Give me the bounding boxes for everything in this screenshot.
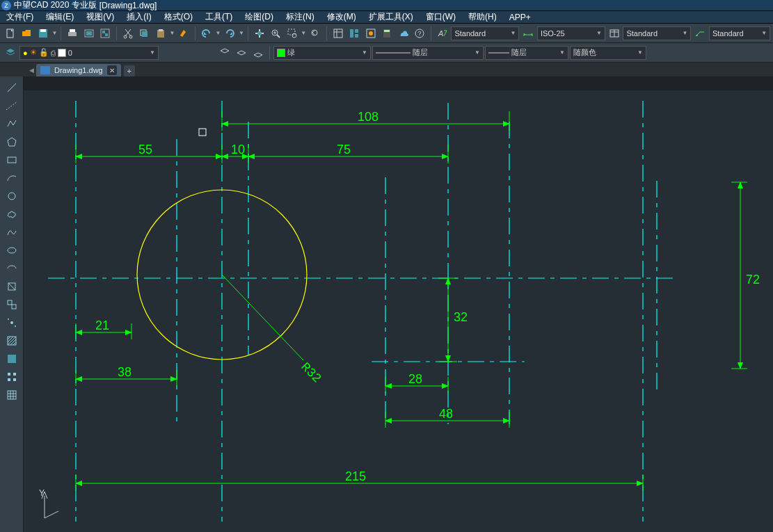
linetype-name: 随层 bbox=[413, 47, 428, 58]
menu-format[interactable]: 格式(O) bbox=[158, 11, 199, 23]
cut-button[interactable] bbox=[120, 26, 136, 41]
undo-dd-icon[interactable]: ▼ bbox=[215, 30, 221, 36]
print-button[interactable] bbox=[65, 26, 80, 41]
svg-rect-24 bbox=[355, 34, 358, 38]
linetype-dropdown[interactable]: 随层 ▼ bbox=[372, 46, 484, 60]
mleader-style-dropdown[interactable]: Standard▼ bbox=[709, 26, 770, 40]
region-tool[interactable] bbox=[3, 369, 21, 385]
dim-style-icon[interactable] bbox=[520, 26, 536, 41]
layer-prev-button[interactable] bbox=[217, 45, 232, 61]
drawing-canvas[interactable]: R32 108 55 bbox=[24, 90, 773, 532]
open-button[interactable] bbox=[19, 26, 35, 41]
mleader-style-icon[interactable] bbox=[692, 26, 708, 41]
dim-28: 28 bbox=[408, 372, 422, 386]
ellipse-tool[interactable] bbox=[3, 242, 21, 259]
ucs-y-label: Y bbox=[39, 488, 45, 498]
undo-button[interactable] bbox=[199, 26, 214, 41]
save-button[interactable] bbox=[35, 26, 51, 41]
text-style-dropdown[interactable]: Standard▼ bbox=[451, 26, 519, 40]
publish-button[interactable] bbox=[97, 26, 113, 41]
layer-off-button[interactable] bbox=[250, 45, 266, 61]
menu-modify[interactable]: 修改(M) bbox=[321, 11, 362, 23]
app-logo: Z bbox=[1, 1, 11, 10]
help-button[interactable]: ? bbox=[412, 26, 427, 41]
match-button[interactable] bbox=[176, 26, 191, 41]
insert-block-tool[interactable] bbox=[3, 278, 21, 295]
calc-button[interactable] bbox=[379, 26, 395, 41]
text-style-icon[interactable]: A bbox=[435, 26, 450, 41]
print-preview-button[interactable] bbox=[81, 26, 97, 41]
spline-tool[interactable] bbox=[3, 224, 21, 241]
dim-108: 108 bbox=[358, 110, 378, 124]
tool-palettes-button[interactable] bbox=[363, 26, 378, 41]
svg-rect-21 bbox=[334, 29, 342, 38]
hatch-tool[interactable] bbox=[3, 332, 21, 349]
menu-help[interactable]: 帮助(H) bbox=[462, 11, 503, 23]
point-tool[interactable] bbox=[3, 314, 21, 331]
cloud-button[interactable] bbox=[396, 26, 411, 41]
svg-rect-22 bbox=[350, 29, 353, 38]
layer-manager-button[interactable] bbox=[3, 45, 18, 61]
menu-tools[interactable]: 工具(T) bbox=[199, 11, 239, 23]
revcloud-tool[interactable] bbox=[3, 206, 21, 223]
gradient-tool[interactable] bbox=[3, 350, 21, 367]
redo-button[interactable] bbox=[222, 26, 237, 41]
polyline-tool[interactable] bbox=[3, 115, 21, 132]
paste-dd-icon[interactable]: ▼ bbox=[170, 30, 175, 36]
menu-file[interactable]: 文件(F) bbox=[0, 11, 40, 23]
lineweight-preview bbox=[488, 50, 509, 56]
tab-prev-icon[interactable]: ◀ bbox=[26, 64, 36, 76]
zoom-previous-button[interactable] bbox=[308, 26, 323, 41]
plotcolor-dropdown[interactable]: 随颜色 ▼ bbox=[570, 46, 646, 60]
tab-add-icon[interactable]: + bbox=[124, 65, 135, 76]
table-tool[interactable] bbox=[3, 387, 21, 403]
svg-point-44 bbox=[8, 319, 9, 320]
xline-tool[interactable] bbox=[3, 97, 21, 114]
svg-rect-23 bbox=[355, 29, 358, 33]
layer-dropdown[interactable]: ● ☀ 🔓 ⎙ 0 ▼ bbox=[19, 46, 159, 60]
rectangle-tool[interactable] bbox=[3, 152, 21, 168]
menu-edit[interactable]: 编辑(E) bbox=[40, 11, 80, 23]
ucs-icon: Y bbox=[31, 490, 62, 525]
color-swatch bbox=[277, 49, 285, 57]
zoom-window-button[interactable] bbox=[285, 26, 300, 41]
paste-button[interactable] bbox=[153, 26, 168, 41]
tab-close-icon[interactable]: ✕ bbox=[107, 65, 117, 75]
copy-button[interactable] bbox=[137, 26, 152, 41]
new-button[interactable] bbox=[3, 26, 18, 41]
menu-bar: 文件(F) 编辑(E) 视图(V) 插入(I) 格式(O) 工具(T) 绘图(D… bbox=[0, 11, 773, 24]
print-icon: ⎙ bbox=[51, 49, 56, 57]
properties-button[interactable] bbox=[330, 26, 346, 41]
arc-tool[interactable] bbox=[3, 170, 21, 186]
polygon-tool[interactable] bbox=[3, 134, 21, 150]
lineweight-dropdown[interactable]: 随层 ▼ bbox=[485, 46, 568, 60]
table-style-icon[interactable] bbox=[607, 26, 622, 41]
menu-window[interactable]: 窗口(W) bbox=[420, 11, 462, 23]
svg-rect-48 bbox=[8, 373, 10, 376]
menu-appplus[interactable]: APP+ bbox=[503, 13, 537, 22]
design-center-button[interactable] bbox=[346, 26, 362, 41]
layer-iso-button[interactable] bbox=[234, 45, 249, 61]
dim-style-dropdown[interactable]: ISO-25▼ bbox=[537, 26, 605, 40]
svg-rect-2 bbox=[40, 29, 46, 32]
table-style-dropdown[interactable]: Standard▼ bbox=[623, 26, 691, 40]
menu-draw[interactable]: 绘图(D) bbox=[239, 11, 280, 23]
menu-ext[interactable]: 扩展工具(X) bbox=[362, 11, 420, 23]
doc-tab[interactable]: Drawing1.dwg ✕ bbox=[36, 64, 121, 76]
menu-insert[interactable]: 插入(I) bbox=[120, 11, 157, 23]
separator bbox=[195, 26, 196, 40]
line-tool[interactable] bbox=[3, 79, 21, 96]
redo-dd-icon[interactable]: ▼ bbox=[239, 30, 244, 36]
menu-view[interactable]: 视图(V) bbox=[80, 11, 120, 23]
color-dropdown[interactable]: 绿 ▼ bbox=[273, 46, 371, 60]
make-block-tool[interactable] bbox=[3, 296, 21, 313]
zoom-realtime-button[interactable] bbox=[268, 26, 283, 41]
draw-toolbar bbox=[0, 76, 24, 532]
pan-button[interactable] bbox=[252, 26, 267, 41]
separator bbox=[248, 26, 248, 40]
ellipse-arc-tool[interactable] bbox=[3, 260, 21, 277]
save-dd-icon[interactable]: ▼ bbox=[52, 30, 58, 36]
zoom-dd-icon[interactable]: ▼ bbox=[301, 30, 306, 36]
menu-dim[interactable]: 标注(N) bbox=[280, 11, 321, 23]
circle-tool[interactable] bbox=[3, 188, 21, 204]
